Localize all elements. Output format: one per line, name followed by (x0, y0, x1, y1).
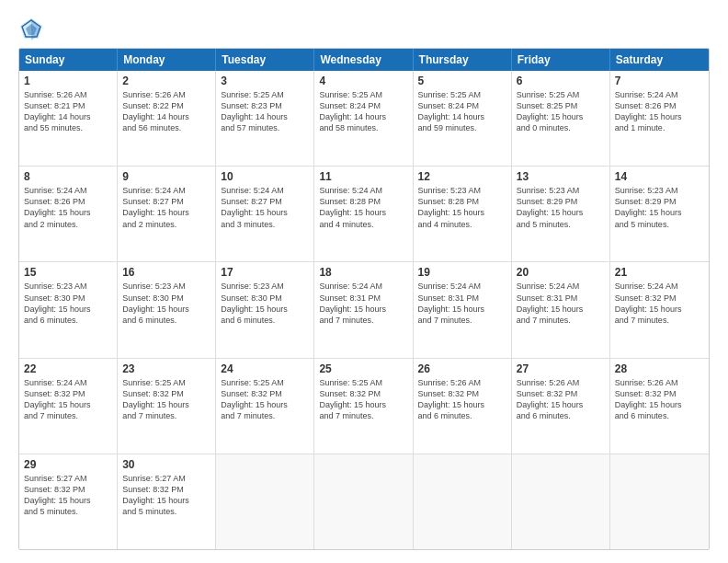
day-number: 28 (615, 362, 704, 375)
day-info: Sunrise: 5:24 AMSunset: 8:32 PMDaylight:… (24, 377, 112, 422)
calendar-empty-cell (414, 454, 512, 549)
header-day-friday: Friday (512, 49, 610, 71)
header-day-sunday: Sunday (19, 49, 118, 71)
day-info: Sunrise: 5:24 AMSunset: 8:26 PMDaylight:… (24, 185, 112, 230)
page: SundayMondayTuesdayWednesdayThursdayFrid… (0, 0, 728, 563)
day-info: Sunrise: 5:26 AMSunset: 8:22 PMDaylight:… (122, 89, 210, 134)
calendar-header: SundayMondayTuesdayWednesdayThursdayFrid… (19, 49, 709, 71)
day-number: 3 (221, 75, 309, 87)
calendar-day-16: 16Sunrise: 5:23 AMSunset: 8:30 PMDayligh… (118, 262, 216, 357)
calendar-day-3: 3Sunrise: 5:25 AMSunset: 8:23 PMDaylight… (216, 71, 314, 166)
calendar-day-20: 20Sunrise: 5:24 AMSunset: 8:31 PMDayligh… (512, 262, 610, 357)
day-info: Sunrise: 5:25 AMSunset: 8:32 PMDaylight:… (221, 377, 309, 422)
calendar-day-15: 15Sunrise: 5:23 AMSunset: 8:30 PMDayligh… (19, 262, 118, 357)
calendar-day-10: 10Sunrise: 5:24 AMSunset: 8:27 PMDayligh… (216, 167, 314, 261)
calendar-week-1: 1Sunrise: 5:26 AMSunset: 8:21 PMDaylight… (19, 71, 709, 167)
header-day-monday: Monday (118, 49, 216, 71)
calendar-day-14: 14Sunrise: 5:23 AMSunset: 8:29 PMDayligh… (610, 167, 709, 261)
day-number: 16 (122, 266, 210, 279)
day-info: Sunrise: 5:25 AMSunset: 8:24 PMDaylight:… (418, 89, 506, 134)
calendar-day-22: 22Sunrise: 5:24 AMSunset: 8:32 PMDayligh… (19, 359, 118, 454)
day-info: Sunrise: 5:25 AMSunset: 8:24 PMDaylight:… (319, 89, 407, 134)
day-info: Sunrise: 5:25 AMSunset: 8:32 PMDaylight:… (122, 377, 210, 422)
day-info: Sunrise: 5:26 AMSunset: 8:32 PMDaylight:… (517, 377, 605, 422)
day-info: Sunrise: 5:24 AMSunset: 8:32 PMDaylight:… (615, 281, 704, 326)
calendar-day-19: 19Sunrise: 5:24 AMSunset: 8:31 PMDayligh… (414, 262, 512, 357)
day-number: 13 (517, 170, 605, 183)
day-number: 20 (517, 266, 605, 279)
calendar-day-6: 6Sunrise: 5:25 AMSunset: 8:25 PMDaylight… (512, 71, 610, 166)
calendar-day-4: 4Sunrise: 5:25 AMSunset: 8:24 PMDaylight… (314, 71, 413, 166)
day-number: 11 (319, 170, 407, 183)
day-number: 19 (418, 266, 506, 279)
day-info: Sunrise: 5:24 AMSunset: 8:27 PMDaylight:… (221, 185, 309, 230)
day-number: 17 (221, 266, 309, 279)
day-info: Sunrise: 5:25 AMSunset: 8:23 PMDaylight:… (221, 89, 309, 134)
calendar-day-11: 11Sunrise: 5:24 AMSunset: 8:28 PMDayligh… (314, 167, 413, 261)
calendar-body: 1Sunrise: 5:26 AMSunset: 8:21 PMDaylight… (19, 71, 709, 549)
calendar-day-27: 27Sunrise: 5:26 AMSunset: 8:32 PMDayligh… (512, 359, 610, 454)
day-info: Sunrise: 5:25 AMSunset: 8:32 PMDaylight:… (319, 377, 407, 422)
day-number: 30 (122, 458, 210, 471)
calendar-week-3: 15Sunrise: 5:23 AMSunset: 8:30 PMDayligh… (19, 262, 709, 358)
day-info: Sunrise: 5:27 AMSunset: 8:32 PMDaylight:… (24, 473, 112, 518)
day-number: 6 (517, 75, 605, 87)
day-number: 10 (221, 170, 309, 183)
calendar-day-24: 24Sunrise: 5:25 AMSunset: 8:32 PMDayligh… (216, 359, 314, 454)
calendar-day-23: 23Sunrise: 5:25 AMSunset: 8:32 PMDayligh… (118, 359, 216, 454)
calendar-day-25: 25Sunrise: 5:25 AMSunset: 8:32 PMDayligh… (314, 359, 413, 454)
calendar-day-8: 8Sunrise: 5:24 AMSunset: 8:26 PMDaylight… (19, 167, 118, 261)
day-number: 21 (615, 266, 704, 279)
day-number: 1 (24, 75, 112, 87)
calendar-empty-cell (610, 454, 709, 549)
day-number: 9 (122, 170, 210, 183)
calendar-empty-cell (512, 454, 610, 549)
day-info: Sunrise: 5:24 AMSunset: 8:26 PMDaylight:… (615, 89, 704, 134)
day-number: 14 (615, 170, 704, 183)
day-number: 25 (319, 362, 407, 375)
day-info: Sunrise: 5:26 AMSunset: 8:21 PMDaylight:… (24, 89, 112, 134)
day-info: Sunrise: 5:24 AMSunset: 8:28 PMDaylight:… (319, 185, 407, 230)
calendar-day-9: 9Sunrise: 5:24 AMSunset: 8:27 PMDaylight… (118, 167, 216, 261)
day-info: Sunrise: 5:23 AMSunset: 8:30 PMDaylight:… (122, 281, 210, 326)
calendar-day-12: 12Sunrise: 5:23 AMSunset: 8:28 PMDayligh… (414, 167, 512, 261)
day-number: 24 (221, 362, 309, 375)
day-number: 5 (418, 75, 506, 87)
day-number: 26 (418, 362, 506, 375)
day-info: Sunrise: 5:23 AMSunset: 8:30 PMDaylight:… (221, 281, 309, 326)
day-info: Sunrise: 5:23 AMSunset: 8:30 PMDaylight:… (24, 281, 112, 326)
day-number: 22 (24, 362, 112, 375)
page-header (18, 17, 710, 42)
day-info: Sunrise: 5:24 AMSunset: 8:31 PMDaylight:… (319, 281, 407, 326)
day-info: Sunrise: 5:23 AMSunset: 8:28 PMDaylight:… (418, 185, 506, 230)
calendar: SundayMondayTuesdayWednesdayThursdayFrid… (18, 48, 710, 550)
day-number: 15 (24, 266, 112, 279)
day-info: Sunrise: 5:27 AMSunset: 8:32 PMDaylight:… (122, 473, 210, 518)
header-day-tuesday: Tuesday (216, 49, 314, 71)
header-day-saturday: Saturday (610, 49, 709, 71)
calendar-day-26: 26Sunrise: 5:26 AMSunset: 8:32 PMDayligh… (414, 359, 512, 454)
logo-icon (18, 17, 44, 42)
day-number: 7 (615, 75, 704, 87)
calendar-day-2: 2Sunrise: 5:26 AMSunset: 8:22 PMDaylight… (118, 71, 216, 166)
header-day-thursday: Thursday (414, 49, 512, 71)
day-number: 2 (122, 75, 210, 87)
day-info: Sunrise: 5:26 AMSunset: 8:32 PMDaylight:… (615, 377, 704, 422)
day-info: Sunrise: 5:24 AMSunset: 8:31 PMDaylight:… (517, 281, 605, 326)
calendar-day-18: 18Sunrise: 5:24 AMSunset: 8:31 PMDayligh… (314, 262, 413, 357)
calendar-day-29: 29Sunrise: 5:27 AMSunset: 8:32 PMDayligh… (19, 454, 118, 549)
day-info: Sunrise: 5:25 AMSunset: 8:25 PMDaylight:… (517, 89, 605, 134)
day-number: 8 (24, 170, 112, 183)
day-info: Sunrise: 5:26 AMSunset: 8:32 PMDaylight:… (418, 377, 506, 422)
calendar-empty-cell (314, 454, 413, 549)
day-number: 23 (122, 362, 210, 375)
day-number: 18 (319, 266, 407, 279)
calendar-day-21: 21Sunrise: 5:24 AMSunset: 8:32 PMDayligh… (610, 262, 709, 357)
day-number: 27 (517, 362, 605, 375)
calendar-week-5: 29Sunrise: 5:27 AMSunset: 8:32 PMDayligh… (19, 454, 709, 549)
calendar-day-7: 7Sunrise: 5:24 AMSunset: 8:26 PMDaylight… (610, 71, 709, 166)
calendar-day-13: 13Sunrise: 5:23 AMSunset: 8:29 PMDayligh… (512, 167, 610, 261)
calendar-day-28: 28Sunrise: 5:26 AMSunset: 8:32 PMDayligh… (610, 359, 709, 454)
day-info: Sunrise: 5:23 AMSunset: 8:29 PMDaylight:… (517, 185, 605, 230)
calendar-week-2: 8Sunrise: 5:24 AMSunset: 8:26 PMDaylight… (19, 167, 709, 262)
